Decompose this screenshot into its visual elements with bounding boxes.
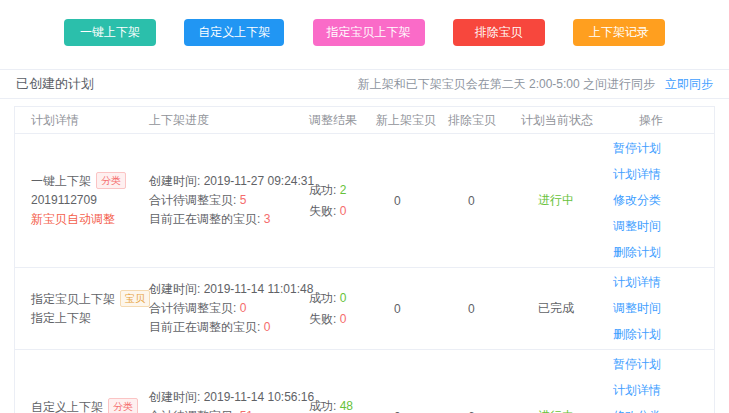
pause-plan-link[interactable]: 暂停计划: [613, 140, 661, 157]
plan-details-cell: 自定义上下架分类 2019111410: [15, 398, 149, 413]
col-header-plan-details: 计划详情: [15, 112, 149, 129]
progress-cell: 创建时间: 2019-11-14 11:01:48 合计待调整宝贝: 0 目前正…: [149, 280, 309, 337]
plan-detail-link[interactable]: 计划详情: [613, 382, 661, 399]
excluded-cell: 0: [448, 302, 521, 316]
plans-table: 计划详情 上下架进度 调整结果 新上架宝贝 排除宝贝 计划当前状态 操作 一键上…: [14, 106, 715, 413]
success-value: 48: [340, 399, 353, 413]
fail-label: 失败:: [309, 312, 340, 326]
col-header-status: 计划当前状态: [521, 112, 613, 129]
success-label: 成功:: [309, 291, 340, 305]
created-label: 创建时间:: [149, 174, 204, 188]
created-label: 创建时间:: [149, 282, 204, 296]
toolbar-button-0[interactable]: 一键上下架: [64, 19, 156, 46]
status-cell: 已完成: [521, 300, 613, 317]
progress-cell: 创建时间: 2019-11-27 09:24:31 合计待调整宝贝: 5 目前正…: [149, 172, 309, 229]
fail-value: 0: [340, 204, 347, 218]
plan-tag-badge: 宝贝: [120, 290, 150, 307]
fail-label: 失败:: [309, 204, 340, 218]
pending-label: 合计待调整宝贝:: [149, 193, 240, 207]
adjust-time-link[interactable]: 调整时间: [613, 300, 661, 317]
table-header-row: 计划详情 上下架进度 调整结果 新上架宝贝 排除宝贝 计划当前状态 操作: [15, 107, 714, 133]
success-value: 0: [340, 291, 347, 305]
new-items-cell: 0: [376, 302, 448, 316]
section-header: 已创建的计划 新上架和已下架宝贝会在第二天 2:00-5:00 之间进行同步立即…: [0, 69, 729, 99]
actions-cell: 暂停计划 计划详情 修改分类 调整时间 删除计划: [613, 140, 714, 261]
table-row: 指定宝贝上下架宝贝 指定上下架 创建时间: 2019-11-14 11:01:4…: [15, 267, 714, 349]
plan-id: 2019112709: [31, 191, 149, 210]
col-header-progress: 上下架进度: [149, 112, 309, 129]
plan-name: 一键上下架: [31, 174, 91, 188]
toolbar: 一键上下架 自定义上下架 指定宝贝上下架 排除宝贝 上下架记录: [0, 0, 729, 46]
success-value: 2: [340, 183, 347, 197]
fail-value: 0: [340, 312, 347, 326]
adjusting-value: 0: [264, 320, 271, 334]
plan-tag-badge: 分类: [108, 398, 138, 413]
result-cell: 成功: 48 失败: 1: [309, 396, 376, 413]
toolbar-button-1[interactable]: 自定义上下架: [184, 19, 284, 46]
created-value: 2019-11-14 10:56:16: [204, 390, 315, 404]
table-row: 一键上下架分类 2019112709 新宝贝自动调整 创建时间: 2019-11…: [15, 133, 714, 267]
delete-plan-link[interactable]: 删除计划: [613, 326, 661, 343]
result-cell: 成功: 0 失败: 0: [309, 288, 376, 330]
success-label: 成功:: [309, 399, 340, 413]
excluded-cell: 6: [448, 410, 521, 413]
plan-id: 指定上下架: [31, 309, 149, 328]
toolbar-button-2[interactable]: 指定宝贝上下架: [313, 19, 425, 46]
plan-name: 指定宝贝上下架: [31, 292, 115, 306]
created-label: 创建时间:: [149, 390, 204, 404]
excluded-cell: 0: [448, 194, 521, 208]
plan-details-cell: 指定宝贝上下架宝贝 指定上下架: [15, 290, 149, 328]
sync-area: 新上架和已下架宝贝会在第二天 2:00-5:00 之间进行同步立即同步: [358, 76, 713, 93]
pending-value: 51: [240, 409, 253, 413]
toolbar-button-4[interactable]: 上下架记录: [573, 19, 665, 46]
edit-category-link[interactable]: 修改分类: [613, 192, 661, 209]
new-items-cell: 0: [376, 194, 448, 208]
plan-detail-link[interactable]: 计划详情: [613, 274, 661, 291]
sync-now-link[interactable]: 立即同步: [665, 77, 713, 91]
delete-plan-link[interactable]: 删除计划: [613, 244, 661, 261]
col-header-new-items: 新上架宝贝: [376, 112, 448, 129]
adjusting-label: 目前正在调整的宝贝:: [149, 320, 264, 334]
actions-cell: 暂停计划 计划详情 修改分类 调整时间 删除计划: [613, 356, 714, 413]
adjusting-label: 目前正在调整的宝贝:: [149, 212, 264, 226]
plan-tag-badge: 分类: [96, 172, 126, 189]
col-header-excluded: 排除宝贝: [448, 112, 521, 129]
section-title: 已创建的计划: [16, 75, 94, 93]
plan-note: 新宝贝自动调整: [31, 210, 149, 229]
success-label: 成功:: [309, 183, 340, 197]
pending-value: 5: [240, 193, 247, 207]
sync-note: 新上架和已下架宝贝会在第二天 2:00-5:00 之间进行同步: [358, 77, 655, 91]
actions-cell: 计划详情 调整时间 删除计划: [613, 274, 714, 343]
plan-details-cell: 一键上下架分类 2019112709 新宝贝自动调整: [15, 172, 149, 229]
pending-label: 合计待调整宝贝:: [149, 301, 240, 315]
plan-name: 自定义上下架: [31, 400, 103, 413]
status-cell: 进行中: [521, 408, 613, 413]
result-cell: 成功: 2 失败: 0: [309, 180, 376, 222]
progress-cell: 创建时间: 2019-11-14 10:56:16 合计待调整宝贝: 51 目前…: [149, 388, 309, 413]
pending-value: 0: [240, 301, 247, 315]
plan-detail-link[interactable]: 计划详情: [613, 166, 661, 183]
new-items-cell: 0: [376, 410, 448, 413]
edit-category-link[interactable]: 修改分类: [613, 408, 661, 413]
table-row: 自定义上下架分类 2019111410 创建时间: 2019-11-14 10:…: [15, 349, 714, 413]
col-header-actions: 操作: [613, 112, 714, 129]
toolbar-button-3[interactable]: 排除宝贝: [453, 19, 545, 46]
created-value: 2019-11-27 09:24:31: [204, 174, 315, 188]
pause-plan-link[interactable]: 暂停计划: [613, 356, 661, 373]
created-value: 2019-11-14 11:01:48: [204, 282, 314, 296]
col-header-result: 调整结果: [309, 112, 376, 129]
status-cell: 进行中: [521, 192, 613, 209]
adjusting-value: 3: [264, 212, 271, 226]
adjust-time-link[interactable]: 调整时间: [613, 218, 661, 235]
pending-label: 合计待调整宝贝:: [149, 409, 240, 413]
